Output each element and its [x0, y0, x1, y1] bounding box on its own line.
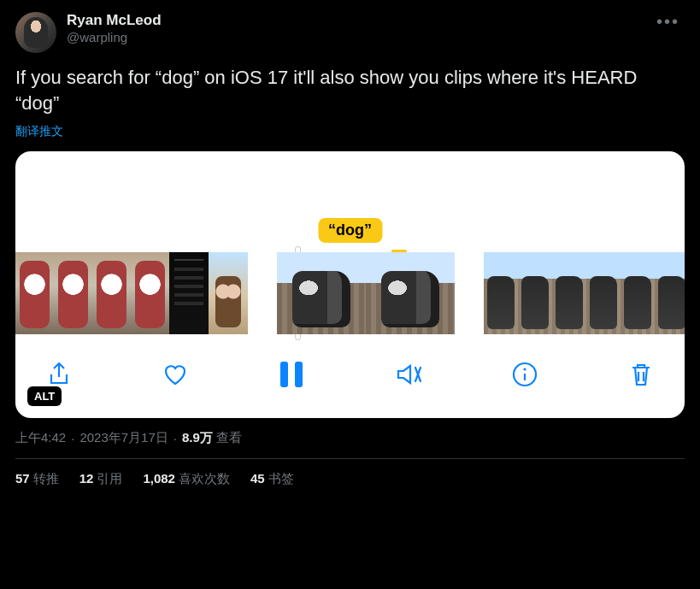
thumbnail	[209, 252, 248, 334]
author-block: Ryan McLeod @warpling	[67, 12, 162, 44]
clip-group-3[interactable]	[484, 252, 685, 334]
views-label: 查看	[213, 430, 242, 445]
handle[interactable]: @warpling	[67, 30, 162, 44]
thumbnail	[621, 252, 655, 334]
media-toolbar	[15, 334, 685, 418]
thumbnail	[15, 252, 54, 334]
thumbnail	[655, 252, 685, 334]
clip-group-2[interactable]	[277, 252, 455, 334]
info-icon[interactable]	[507, 356, 543, 392]
more-icon[interactable]: •••	[651, 12, 685, 32]
thumbnail	[484, 252, 518, 334]
media-card[interactable]: “dog”	[15, 151, 685, 418]
clip-gap	[455, 252, 484, 334]
quotes-stat[interactable]: 12引用	[79, 471, 123, 487]
clip-group-1[interactable]	[15, 252, 248, 334]
alt-badge[interactable]: ALT	[27, 386, 62, 406]
trash-icon[interactable]	[623, 356, 659, 392]
translate-link[interactable]: 翻译推文	[15, 124, 685, 139]
thumbnail	[54, 252, 92, 334]
timeline-strip[interactable]	[15, 252, 685, 334]
thumbnail	[92, 252, 131, 334]
media-top: “dog”	[15, 151, 685, 252]
tweet-text: If you search for “dog” on iOS 17 it'll …	[15, 65, 685, 115]
thumbnail	[366, 252, 455, 334]
thumbnail	[552, 252, 586, 334]
thumbnail	[518, 252, 552, 334]
tweet-header: Ryan McLeod @warpling •••	[15, 12, 685, 53]
time[interactable]: 上午4:42	[15, 430, 66, 446]
date[interactable]: 2023年7月17日	[79, 430, 168, 446]
stats-row: 57转推 12引用 1,082喜欢次数 45书签	[15, 471, 685, 487]
thumbnail	[277, 252, 366, 334]
thumbnail	[586, 252, 621, 334]
retweets-stat[interactable]: 57转推	[15, 471, 59, 487]
svg-point-1	[523, 368, 526, 371]
likes-stat[interactable]: 1,082喜欢次数	[143, 471, 230, 487]
avatar[interactable]	[15, 12, 56, 53]
pause-icon[interactable]	[274, 356, 309, 392]
tweet-meta: 上午4:42 · 2023年7月17日 · 8.9万 查看	[15, 430, 685, 459]
separator: ·	[174, 431, 177, 445]
bookmarks-stat[interactable]: 45书签	[250, 471, 294, 487]
caption-tag: “dog”	[318, 218, 382, 243]
separator: ·	[71, 431, 74, 445]
thumbnail	[169, 252, 209, 334]
views-count: 8.9万	[182, 430, 213, 445]
thumbnail	[131, 252, 169, 334]
heart-icon[interactable]	[157, 356, 193, 392]
clip-gap	[248, 252, 277, 334]
display-name[interactable]: Ryan McLeod	[67, 12, 162, 29]
mute-icon[interactable]	[391, 356, 426, 392]
